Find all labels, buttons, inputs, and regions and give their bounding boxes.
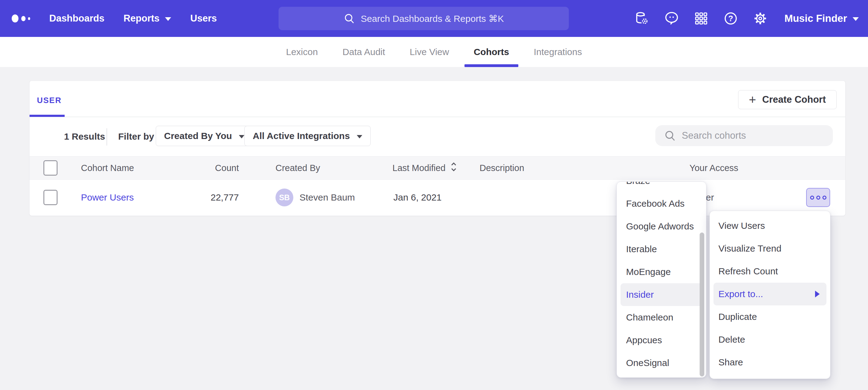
menu-item-refresh-count[interactable]: Refresh Count	[710, 260, 830, 283]
column-created-by[interactable]: Created By	[276, 163, 320, 173]
column-description[interactable]: Description	[479, 163, 524, 173]
menu-item-braze[interactable]: Braze	[617, 182, 706, 192]
sort-icon	[450, 162, 457, 174]
menu-item-iterable[interactable]: Iterable	[617, 238, 706, 261]
access-value-fragment: er	[706, 192, 714, 203]
row-actions-list: View Users Visualize Trend Refresh Count…	[710, 211, 830, 374]
apps-grid-icon[interactable]	[693, 10, 709, 27]
user-tab-underline	[30, 115, 65, 117]
row-more-actions-button[interactable]	[806, 188, 830, 207]
data-management-icon[interactable]	[634, 10, 650, 27]
export-destinations-list: Braze Facebook Ads Google Adwords Iterab…	[617, 182, 706, 374]
column-count[interactable]: Count	[190, 163, 239, 173]
row-checkbox[interactable]	[43, 190, 58, 205]
menu-item-export-to[interactable]: Export to...	[713, 283, 827, 305]
creator-avatar: SB	[276, 189, 293, 206]
nav-item-reports[interactable]: Reports	[123, 13, 171, 24]
cohort-count: 22,777	[190, 192, 239, 203]
submenu-scrollbar[interactable]	[700, 232, 704, 377]
chevron-down-icon	[165, 17, 171, 21]
chevron-down-icon	[357, 135, 362, 138]
filter-integrations-dropdown[interactable]: All Active Integrations	[244, 126, 371, 146]
menu-item-moengage[interactable]: MoEngage	[617, 261, 706, 283]
menu-item-view-users[interactable]: View Users	[710, 215, 830, 237]
project-name: Music Finder	[784, 12, 847, 24]
tab-live-view[interactable]: Live View	[397, 37, 461, 67]
chevron-down-icon	[852, 17, 859, 21]
menu-item-visualize-trend[interactable]: Visualize Trend	[710, 237, 830, 260]
menu-item-facebook-ads[interactable]: Facebook Ads	[617, 192, 706, 215]
results-count: 1 Results	[64, 131, 105, 142]
settings-gear-icon[interactable]	[752, 10, 768, 27]
help-icon[interactable]: ?	[723, 10, 739, 27]
menu-item-appcues[interactable]: Appcues	[617, 329, 706, 352]
create-cohort-button[interactable]: + Create Cohort	[738, 90, 837, 109]
export-destinations-submenu: Braze Facebook Ads Google Adwords Iterab…	[617, 182, 706, 378]
menu-item-chameleon[interactable]: Chameleon	[617, 306, 706, 329]
search-cohorts-input[interactable]: Search cohorts	[655, 125, 833, 146]
search-icon	[343, 12, 355, 24]
tab-cohorts[interactable]: Cohorts	[461, 37, 521, 67]
table-header: Cohort Name Count Created By Last Modifi…	[30, 156, 845, 180]
mixpanel-logo-icon[interactable]	[12, 14, 30, 23]
row-actions-menu: View Users Visualize Trend Refresh Count…	[710, 211, 831, 379]
top-nav: Dashboards Reports Users Search Dashboar…	[0, 0, 868, 37]
global-search-placeholder: Search Dashboards & Reports ⌘K	[361, 13, 504, 24]
feedback-icon[interactable]	[663, 10, 680, 27]
filter-by-label: Filter by	[118, 131, 154, 142]
toolbar-divider	[106, 128, 107, 145]
column-your-access[interactable]: Your Access	[689, 163, 738, 173]
column-cohort-name[interactable]: Cohort Name	[81, 163, 134, 173]
cohorts-card: USER + Create Cohort 1 Results Filter by…	[29, 80, 845, 216]
menu-item-onesignal[interactable]: OneSignal	[617, 352, 706, 374]
nav-item-users[interactable]: Users	[190, 13, 217, 24]
cohort-type-tabs: USER + Create Cohort	[30, 81, 845, 117]
search-cohorts-placeholder: Search cohorts	[682, 130, 746, 141]
select-all-checkbox[interactable]	[43, 160, 58, 175]
cohort-name-link[interactable]: Power Users	[81, 192, 134, 203]
tab-user-cohorts[interactable]: USER	[37, 96, 62, 105]
project-switcher[interactable]: Music Finder	[784, 12, 859, 24]
chevron-down-icon	[239, 135, 244, 138]
tab-data-audit[interactable]: Data Audit	[330, 37, 397, 67]
tab-integrations[interactable]: Integrations	[521, 37, 594, 67]
menu-item-delete[interactable]: Delete	[710, 328, 830, 351]
menu-item-google-adwords[interactable]: Google Adwords	[617, 215, 706, 238]
cohorts-toolbar: 1 Results Filter by Created By You All A…	[30, 117, 845, 156]
table-row: Power Users 22,777 SB Steven Baum Jan 6,…	[30, 180, 845, 215]
global-search-input[interactable]: Search Dashboards & Reports ⌘K	[279, 7, 569, 30]
active-tab-underline	[464, 64, 518, 67]
submenu-arrow-icon	[815, 291, 820, 297]
menu-item-insider[interactable]: Insider	[621, 283, 703, 306]
ellipsis-icon	[810, 196, 814, 200]
nav-item-dashboards[interactable]: Dashboards	[49, 13, 104, 24]
plus-icon: +	[749, 94, 756, 106]
menu-item-share[interactable]: Share	[710, 351, 830, 374]
cohorts-page: Dashboards Reports Users Search Dashboar…	[0, 0, 868, 390]
filter-created-by-dropdown[interactable]: Created By You	[156, 126, 253, 146]
creator-name: Steven Baum	[300, 192, 355, 203]
nav-right-group: ? Music Finder	[621, 0, 859, 37]
section-tabbar: Lexicon Data Audit Live View Cohorts Int…	[0, 37, 868, 67]
menu-item-duplicate[interactable]: Duplicate	[710, 305, 830, 328]
last-modified-date: Jan 6, 2021	[393, 192, 442, 203]
column-last-modified[interactable]: Last Modified	[393, 162, 457, 174]
svg-text:?: ?	[728, 14, 734, 23]
search-icon	[664, 129, 676, 142]
tab-lexicon[interactable]: Lexicon	[274, 37, 330, 67]
